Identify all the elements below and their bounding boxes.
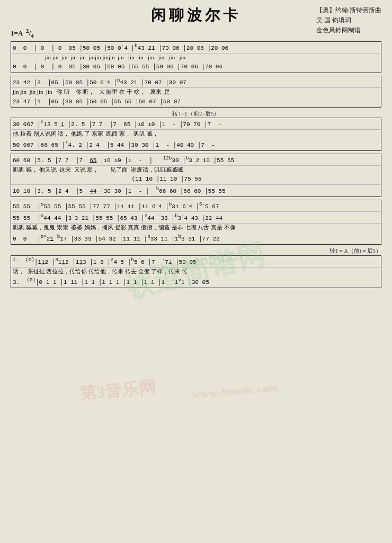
transition-label-1: 转1=E（前2=后5） [11, 110, 381, 118]
score-notes-4b: (11 10 │11 10 │75 55 [11, 174, 381, 185]
page-container: 闲聊波尔卡 【奥】约翰·斯特劳斯曲 吴 国 钧填词 金色风铃网制谱 1=A 2/… [0, 0, 392, 543]
score-group-1: 0 0 │ 0 │ 0 05 │50 05 │50 0·4 │b43 21 │7… [11, 41, 381, 73]
score-group-6: i. (0)│112 │3112 │113 │1 8 │♯4 5 │b5 6 │… [11, 255, 381, 289]
attr-line2: 吴 国 钧填词 [316, 15, 381, 25]
score-notes-5c: 0 0 │p♯21 b17 │33 33 │54 32 │11 11 │b33 … [11, 233, 381, 244]
watermark-4: www.3music.com [192, 380, 279, 402]
score-notes-3b: 50 067 │66 65 │♯4. 2 │2 4 │5 44 │30 30 │… [11, 139, 381, 150]
transition-label-2: 转1＝A（前i＝后5） [11, 247, 381, 255]
tempo-line: 1=A 2/4 [11, 28, 34, 39]
lyric-1a: jin jin jin jin jin jinjin jinjin jin ji… [11, 54, 381, 62]
score-notes-2a: 23 42 │3 │05 │50 05 │50 0·4 │b43 21 │70 … [11, 76, 381, 88]
score-notes-1a: 0 0 │ 0 │ 0 05 │50 05 │50 0·4 │b43 21 │7… [11, 42, 381, 54]
lyric-4a: 叽叽 嘁， 他又说 这来 又说 那， 见了面 讲废话，叽叽嘁嘁嘁 [11, 166, 381, 174]
watermark-3: 第3音乐网 [78, 376, 156, 406]
lyric-2a: jin jin jin jin jin 你 听 你 听， 大 街里 在 干 啥，… [11, 88, 381, 96]
lyric-3a: 他 拉着 别人说闲 话， 他跑 了 东家 跑西 家， 叽叽 嘁， [11, 130, 381, 138]
score-notes-6a: i. (0)│112 │3112 │113 │1 8 │♯4 5 │b5 6 │… [11, 256, 381, 268]
score-notes-3a: 30 067 │♯13 5·1 │2. 5 │7 7 │7 65 │i0 i0 … [11, 118, 381, 130]
attr-line3: 金色风铃网制谱 [316, 25, 381, 35]
score-group-3: 30 067 │♯13 5·1 │2. 5 │7 7 │7 65 │i0 i0 … [11, 118, 381, 151]
score-group-4: 60 60 │5. 5 │7 7 │7 65 │i0 i0 │i - │ 12b… [11, 154, 381, 197]
score-notes-6b: 3. (0)│0 1 1 │1 11 │1 1 │1 1 1 │1 1 │1 1… [11, 276, 381, 288]
score-notes-5a: 55 55 │p55 55 │55 55 │77 77 │ii ii │ii 6… [11, 200, 381, 212]
score-notes-4c: 10 10 │3. 5 │2 4 │5 44 │30 30 │1 - │ b66… [11, 185, 381, 197]
lyric-5a: 叽叽 嘁嘁，鬼鬼 崇崇 婆婆 妈妈，捕风 捉影 真真 假假，编造 是非 七嘴 八… [11, 224, 381, 232]
score-notes-4a: 60 60 │5. 5 │7 7 │7 65 │i0 i0 │i - │ 12b… [11, 154, 381, 166]
lyric-6a: 话， 东扯扯 西拉拉，传给你 传给他，传来 传去 全变 了样，传来 传 [11, 268, 381, 276]
score-group-5: 55 55 │p55 55 │55 55 │77 77 │ii ii │ii 6… [11, 200, 381, 245]
score-group-2: 23 42 │3 │05 │50 05 │50 0·4 │b43 21 │70 … [11, 76, 381, 108]
score-notes-1b: 0 0 │ 0 │ 0 05 │30 05 │50 05 │55 55 │50 … [11, 62, 381, 73]
score-notes-2b: 23 47 │1 │05 │30 05 │50 05 │55 55 │50 07… [11, 97, 381, 108]
attribution: 【奥】约翰·斯特劳斯曲 吴 国 钧填词 金色风铃网制谱 [316, 5, 381, 36]
title-section: 闲聊波尔卡 【奥】约翰·斯特劳斯曲 吴 国 钧填词 金色风铃网制谱 [11, 5, 381, 25]
score-notes-5b: 55 55 │p44 44 │3·3 21 │55 55 │65 43 │♯44… [11, 212, 381, 224]
attr-line1: 【奥】约翰·斯特劳斯曲 [316, 5, 381, 15]
